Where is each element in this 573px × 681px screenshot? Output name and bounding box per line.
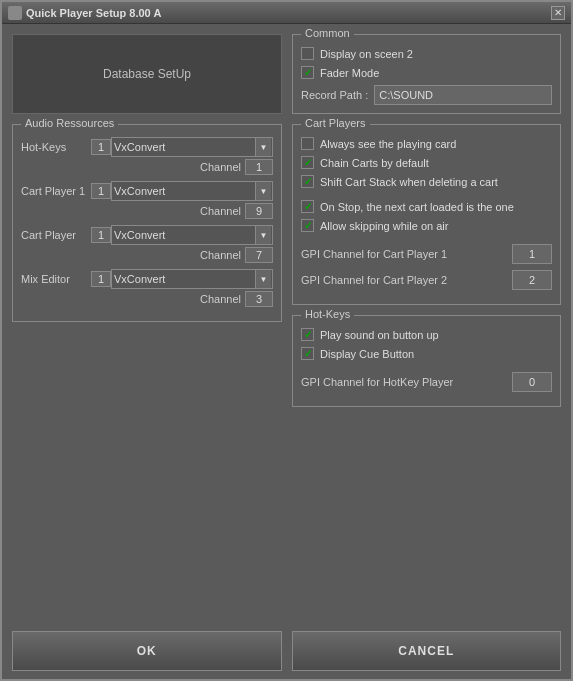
cart-player-channel-label: Channel [200, 249, 241, 261]
cart-player-channel-row: Channel [21, 247, 273, 263]
always-see-row: Always see the playing card [301, 137, 552, 150]
gpi2-label: GPI Channel for Cart Player 2 [301, 274, 447, 286]
window-title: Quick Player Setup 8.00 A [26, 7, 161, 19]
chain-carts-checkbox[interactable] [301, 156, 314, 169]
chain-carts-row: Chain Carts by default [301, 156, 552, 169]
allow-skipping-row: Allow skipping while on air [301, 219, 552, 232]
hotkeys-select[interactable]: VxConvert [111, 137, 273, 157]
display-cue-row: Display Cue Button [301, 347, 552, 360]
mix-editor-channel-row: Channel [21, 291, 273, 307]
hotkeys-group-title: Hot-Keys [301, 308, 354, 320]
cart-player1-channel-input[interactable] [245, 203, 273, 219]
title-bar-left: Quick Player Setup 8.00 A [8, 6, 161, 20]
cart-player-num[interactable] [91, 227, 111, 243]
hotkeys-row: Hot-Keys VxConvert ▼ [21, 137, 273, 157]
record-path-input[interactable] [374, 85, 552, 105]
hotkeys-group: Hot-Keys Play sound on button up Display… [292, 315, 561, 407]
gpi1-input[interactable] [512, 244, 552, 264]
display-screen2-label: Display on sceen 2 [320, 48, 413, 60]
audio-resources-content: Hot-Keys VxConvert ▼ Channel [21, 137, 273, 307]
hotkeys-label: Hot-Keys [21, 141, 91, 153]
play-sound-label: Play sound on button up [320, 329, 439, 341]
cart-player-channel-input[interactable] [245, 247, 273, 263]
cart-player1-select[interactable]: VxConvert [111, 181, 273, 201]
hotkeys-channel-label: Channel [200, 161, 241, 173]
cart-player-label: Cart Player [21, 229, 91, 241]
footer: OK CANCEL [2, 623, 571, 679]
content-area: Database SetUp Audio Ressources Hot-Keys… [2, 24, 571, 623]
display-cue-label: Display Cue Button [320, 348, 414, 360]
cancel-button[interactable]: CANCEL [292, 631, 562, 671]
hotkeys-group-content: Play sound on button up Display Cue Butt… [301, 328, 552, 392]
main-window: Quick Player Setup 8.00 A ✕ Database Set… [0, 0, 573, 681]
mix-editor-num[interactable] [91, 271, 111, 287]
display-cue-checkbox[interactable] [301, 347, 314, 360]
hotkeys-channel-row: Channel [21, 159, 273, 175]
shift-cart-row: Shift Cart Stack when deleting a cart [301, 175, 552, 188]
mix-editor-channel-label: Channel [200, 293, 241, 305]
cart-player1-select-wrapper: VxConvert ▼ [111, 181, 273, 201]
gpi1-label: GPI Channel for Cart Player 1 [301, 248, 447, 260]
record-path-row: Record Path : [301, 85, 552, 105]
on-stop-checkbox[interactable] [301, 200, 314, 213]
common-group: Common Display on sceen 2 Fader Mode Rec… [292, 34, 561, 114]
audio-resources-group: Audio Ressources Hot-Keys VxConvert ▼ [12, 124, 282, 322]
fader-mode-row: Fader Mode [301, 66, 552, 79]
cart-player1-label: Cart Player 1 [21, 185, 91, 197]
left-panel: Database SetUp Audio Ressources Hot-Keys… [12, 34, 282, 613]
common-title: Common [301, 27, 354, 39]
shift-cart-checkbox[interactable] [301, 175, 314, 188]
cart-player1-row: Cart Player 1 VxConvert ▼ [21, 181, 273, 201]
gpi1-row: GPI Channel for Cart Player 1 [301, 244, 552, 264]
allow-skipping-label: Allow skipping while on air [320, 220, 448, 232]
cart-players-title: Cart Players [301, 117, 370, 129]
play-sound-row: Play sound on button up [301, 328, 552, 341]
cart-players-group: Cart Players Always see the playing card… [292, 124, 561, 305]
always-see-label: Always see the playing card [320, 138, 456, 150]
mix-editor-label: Mix Editor [21, 273, 91, 285]
fader-mode-label: Fader Mode [320, 67, 379, 79]
title-bar: Quick Player Setup 8.00 A ✕ [2, 2, 571, 24]
gpi-hotkey-label: GPI Channel for HotKey Player [301, 376, 453, 388]
always-see-checkbox[interactable] [301, 137, 314, 150]
cart-player1-channel-label: Channel [200, 205, 241, 217]
display-screen2-row: Display on sceen 2 [301, 47, 552, 60]
right-panel: Common Display on sceen 2 Fader Mode Rec… [292, 34, 561, 613]
hotkeys-num[interactable] [91, 139, 111, 155]
shift-cart-label: Shift Cart Stack when deleting a cart [320, 176, 498, 188]
cart-player-select-wrapper: VxConvert ▼ [111, 225, 273, 245]
mix-editor-select[interactable]: VxConvert [111, 269, 273, 289]
chain-carts-label: Chain Carts by default [320, 157, 429, 169]
record-path-label: Record Path : [301, 89, 368, 101]
gpi2-input[interactable] [512, 270, 552, 290]
cart-player-row: Cart Player VxConvert ▼ [21, 225, 273, 245]
audio-resources-title: Audio Ressources [21, 117, 118, 129]
hotkeys-channel-input[interactable] [245, 159, 273, 175]
display-screen2-checkbox[interactable] [301, 47, 314, 60]
on-stop-label: On Stop, the next cart loaded is the one [320, 201, 514, 213]
database-setup-button[interactable]: Database SetUp [12, 34, 282, 114]
common-content: Display on sceen 2 Fader Mode Record Pat… [301, 47, 552, 105]
app-icon [8, 6, 22, 20]
mix-editor-channel-input[interactable] [245, 291, 273, 307]
mix-editor-row: Mix Editor VxConvert ▼ [21, 269, 273, 289]
gpi-hotkey-row: GPI Channel for HotKey Player [301, 372, 552, 392]
cart-player-select[interactable]: VxConvert [111, 225, 273, 245]
gpi2-row: GPI Channel for Cart Player 2 [301, 270, 552, 290]
close-button[interactable]: ✕ [551, 6, 565, 20]
cart-players-content: Always see the playing card Chain Carts … [301, 137, 552, 290]
cart-player1-channel-row: Channel [21, 203, 273, 219]
allow-skipping-checkbox[interactable] [301, 219, 314, 232]
gpi-hotkey-input[interactable] [512, 372, 552, 392]
fader-mode-checkbox[interactable] [301, 66, 314, 79]
hotkeys-select-wrapper: VxConvert ▼ [111, 137, 273, 157]
mix-editor-select-wrapper: VxConvert ▼ [111, 269, 273, 289]
play-sound-checkbox[interactable] [301, 328, 314, 341]
database-setup-label: Database SetUp [103, 67, 191, 81]
ok-button[interactable]: OK [12, 631, 282, 671]
cart-player1-num[interactable] [91, 183, 111, 199]
on-stop-row: On Stop, the next cart loaded is the one [301, 200, 552, 213]
